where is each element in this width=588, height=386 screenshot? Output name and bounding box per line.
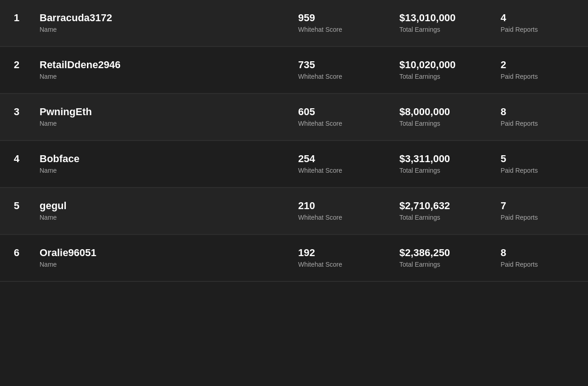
whitehat-score: 254 — [298, 154, 399, 164]
total-earnings: $2,710,632 — [399, 201, 501, 211]
earnings-label: Total Earnings — [399, 26, 501, 33]
earnings-label: Total Earnings — [399, 167, 501, 174]
rank-number: 4 — [14, 154, 36, 164]
whitehat-score: 959 — [298, 13, 399, 23]
total-earnings: $13,010,000 — [399, 13, 501, 23]
table-row[interactable]: 6 Oralie96051 Name 192 Whitehat Score $2… — [0, 235, 588, 282]
reports-label: Paid Reports — [501, 214, 574, 221]
total-earnings: $10,020,000 — [399, 60, 501, 70]
whitehat-label: Whitehat Score — [298, 167, 399, 174]
name-label: Name — [40, 214, 298, 221]
paid-reports-col: 8 Paid Reports — [501, 107, 574, 127]
leaderboard: 1 Barracuda3172 Name 959 Whitehat Score … — [0, 0, 588, 282]
whitehat-label: Whitehat Score — [298, 73, 399, 80]
user-name: Bobface — [40, 154, 298, 164]
name-label: Name — [40, 73, 298, 80]
name-label: Name — [40, 26, 298, 33]
reports-label: Paid Reports — [501, 73, 574, 80]
table-row[interactable]: 4 Bobface Name 254 Whitehat Score $3,311… — [0, 141, 588, 188]
table-row[interactable]: 2 RetailDdene2946 Name 735 Whitehat Scor… — [0, 47, 588, 94]
earnings-col: $2,386,250 Total Earnings — [399, 248, 501, 268]
earnings-label: Total Earnings — [399, 261, 501, 268]
rank-number: 6 — [14, 248, 36, 258]
paid-reports-col: 5 Paid Reports — [501, 154, 574, 174]
user-name-col: Oralie96051 Name — [36, 248, 298, 268]
whitehat-score: 210 — [298, 201, 399, 211]
user-name-col: gegul Name — [36, 201, 298, 221]
reports-label: Paid Reports — [501, 120, 574, 127]
reports-label: Paid Reports — [501, 167, 574, 174]
whitehat-score-col: 735 Whitehat Score — [298, 60, 399, 80]
earnings-col: $2,710,632 Total Earnings — [399, 201, 501, 221]
earnings-label: Total Earnings — [399, 120, 501, 127]
earnings-label: Total Earnings — [399, 214, 501, 221]
user-name-col: PwningEth Name — [36, 107, 298, 127]
paid-reports: 8 — [501, 248, 574, 258]
whitehat-score: 605 — [298, 107, 399, 117]
user-name: Barracuda3172 — [40, 13, 298, 23]
reports-label: Paid Reports — [501, 26, 574, 33]
paid-reports: 4 — [501, 13, 574, 23]
total-earnings: $2,386,250 — [399, 248, 501, 258]
paid-reports: 2 — [501, 60, 574, 70]
whitehat-score-col: 254 Whitehat Score — [298, 154, 399, 174]
paid-reports: 5 — [501, 154, 574, 164]
earnings-col: $13,010,000 Total Earnings — [399, 13, 501, 33]
rank-number: 1 — [14, 13, 36, 23]
rank-number: 2 — [14, 60, 36, 70]
paid-reports-col: 8 Paid Reports — [501, 248, 574, 268]
earnings-col: $3,311,000 Total Earnings — [399, 154, 501, 174]
whitehat-score-col: 959 Whitehat Score — [298, 13, 399, 33]
whitehat-score-col: 210 Whitehat Score — [298, 201, 399, 221]
whitehat-score-col: 605 Whitehat Score — [298, 107, 399, 127]
paid-reports-col: 7 Paid Reports — [501, 201, 574, 221]
user-name: gegul — [40, 201, 298, 211]
user-name-col: Barracuda3172 Name — [36, 13, 298, 33]
earnings-col: $8,000,000 Total Earnings — [399, 107, 501, 127]
paid-reports-col: 4 Paid Reports — [501, 13, 574, 33]
table-row[interactable]: 5 gegul Name 210 Whitehat Score $2,710,6… — [0, 188, 588, 235]
user-name-col: RetailDdene2946 Name — [36, 60, 298, 80]
total-earnings: $8,000,000 — [399, 107, 501, 117]
user-name: Oralie96051 — [40, 248, 298, 258]
table-row[interactable]: 3 PwningEth Name 605 Whitehat Score $8,0… — [0, 94, 588, 141]
whitehat-label: Whitehat Score — [298, 120, 399, 127]
earnings-label: Total Earnings — [399, 73, 501, 80]
name-label: Name — [40, 261, 298, 268]
whitehat-label: Whitehat Score — [298, 214, 399, 221]
rank-number: 3 — [14, 107, 36, 117]
whitehat-score-col: 192 Whitehat Score — [298, 248, 399, 268]
name-label: Name — [40, 120, 298, 127]
user-name: RetailDdene2946 — [40, 60, 298, 70]
whitehat-score: 192 — [298, 248, 399, 258]
name-label: Name — [40, 167, 298, 174]
user-name: PwningEth — [40, 107, 298, 117]
reports-label: Paid Reports — [501, 261, 574, 268]
earnings-col: $10,020,000 Total Earnings — [399, 60, 501, 80]
paid-reports: 7 — [501, 201, 574, 211]
paid-reports-col: 2 Paid Reports — [501, 60, 574, 80]
rank-number: 5 — [14, 201, 36, 211]
whitehat-score: 735 — [298, 60, 399, 70]
total-earnings: $3,311,000 — [399, 154, 501, 164]
user-name-col: Bobface Name — [36, 154, 298, 174]
paid-reports: 8 — [501, 107, 574, 117]
table-row[interactable]: 1 Barracuda3172 Name 959 Whitehat Score … — [0, 0, 588, 47]
whitehat-label: Whitehat Score — [298, 261, 399, 268]
whitehat-label: Whitehat Score — [298, 26, 399, 33]
